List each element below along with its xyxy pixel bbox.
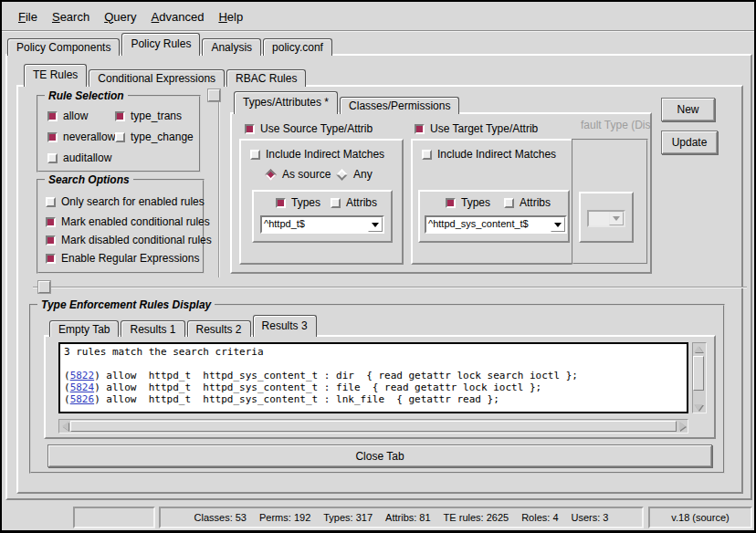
tab-results-1[interactable]: Results 1 [121,320,184,337]
tab-policy-components[interactable]: Policy Components [7,38,120,56]
checkbox-type-trans[interactable]: type_trans [115,110,182,122]
results-frame: 3 rules match the search criteria (5822)… [44,335,716,439]
rule-number-link[interactable]: 5822 [70,370,95,381]
horizontal-scrollbar-thumb[interactable] [70,421,677,432]
checkbox-label: Only search for enabled rules [61,195,205,208]
checkbox-mark-disabled-conditional[interactable]: Mark disabled conditional rules [46,234,212,246]
search-options-title: Search Options [45,173,133,186]
checkbox-target-indirect[interactable]: Include Indirect Matches [422,148,556,161]
menu-separator [2,30,754,32]
tab-conditional-expressions[interactable]: Conditional Expressions [89,69,225,87]
scroll-down-arrow[interactable] [693,402,704,413]
menu-bar: File Search Query Advanced Help [4,4,250,29]
scroll-left-arrow[interactable] [59,421,70,432]
scroll-up-arrow[interactable] [693,343,704,354]
apol-window: File Search Query Advanced Help Policy C… [0,0,756,533]
arrow-up-icon [694,346,703,352]
scroll-right-arrow[interactable] [677,421,688,432]
tab-empty-tab[interactable]: Empty Tab [49,320,119,337]
stat-perms: Perms: 192 [259,512,310,523]
checkbox-indicator [250,150,260,160]
horizontal-scrollbar[interactable] [58,419,688,434]
checkbox-label: auditallow [63,152,111,164]
menu-help[interactable]: Help [211,7,250,26]
checkbox-type-change[interactable]: type_change [115,131,194,143]
new-button[interactable]: New [661,98,715,121]
combobox-dropdown-button[interactable] [368,217,383,232]
checkbox-indicator [46,197,56,207]
menu-search[interactable]: Search [45,7,97,26]
tab-policy-rules[interactable]: Policy Rules [121,33,200,56]
update-button[interactable]: Update [661,131,718,154]
checkbox-label: type_trans [131,110,182,122]
vertical-scrollbar-thumb[interactable] [693,356,704,391]
checkbox-source-types[interactable]: Types [276,196,320,209]
radio-any[interactable]: Any [336,168,373,181]
checkbox-source-indirect[interactable]: Include Indirect Matches [250,148,384,161]
chevron-down-icon [554,223,562,227]
results-summary: 3 rules match the search criteria [64,346,264,358]
tab-analysis[interactable]: Analysis [202,38,261,56]
rule-number-link[interactable]: 5826 [70,393,95,405]
source-type-combobox[interactable]: ^httpd_t$ [260,215,384,234]
search-options-group: Search Options Only search for enabled r… [37,179,205,274]
radio-indicator [265,169,277,181]
checkbox-indicator [422,150,432,160]
rule-number-link[interactable]: 5824 [70,381,95,393]
rule-line: (5826) allow httpd_t httpd_sys_content_t… [64,393,499,405]
checkbox-label: Include Indirect Matches [437,148,556,161]
status-panel-empty [73,507,155,528]
checkbox-label: allow [63,110,88,122]
tab-classes-permissions[interactable]: Classes/Permissions [340,97,459,114]
combobox-dropdown-button[interactable] [551,217,565,232]
checkbox-source-attribs[interactable]: Attribs [331,196,377,209]
horizontal-sash-handle[interactable] [38,281,50,293]
checkbox-indicator [504,198,514,208]
default-type-label: fault Type (Disa [577,119,650,131]
checkbox-use-target-type[interactable]: Use Target Type/Attrib [415,122,538,135]
chevron-down-icon [613,216,620,221]
te-rules-display-title: Type Enforcement Rules Display [37,298,215,311]
combobox-dropdown-button [609,212,624,225]
checkbox-target-types[interactable]: Types [446,196,490,209]
checkbox-indicator [115,132,125,142]
results-text-area[interactable]: 3 rules match the search criteria (5822)… [58,342,688,413]
target-frame: Include Indirect Matches Types Attribs ^… [411,139,575,265]
checkbox-indicator [331,198,341,208]
tab-te-rules[interactable]: TE Rules [24,64,87,87]
checkbox-mark-enabled-conditional[interactable]: Mark enabled conditional rules [46,215,210,228]
checkbox-allow[interactable]: allow [47,110,88,122]
vertical-sash-handle[interactable] [208,89,220,101]
checkbox-indicator [46,217,56,227]
checkbox-indicator [446,198,456,208]
checkbox-label: Attribs [346,196,377,209]
checkbox-enable-regex[interactable]: Enable Regular Expressions [46,252,199,265]
radio-as-source[interactable]: As source [265,168,331,181]
checkbox-label: Mark enabled conditional rules [61,215,210,228]
menu-file[interactable]: File [11,7,45,26]
tab-results-3[interactable]: Results 3 [253,315,317,337]
checkbox-label: Types [291,196,320,209]
rule-line: (5822) allow httpd_t httpd_sys_content_t… [64,370,578,381]
close-tab-button[interactable]: Close Tab [47,444,712,467]
tab-rbac-rules[interactable]: RBAC Rules [226,69,306,87]
checkbox-auditallow[interactable]: auditallow [47,152,111,164]
tab-policy-conf[interactable]: policy.conf [263,38,332,56]
arrow-right-icon [679,422,686,431]
checkbox-neverallow[interactable]: neverallow [47,131,115,143]
te-rules-display-group: Type Enforcement Rules Display Empty Tab… [29,304,725,474]
checkbox-target-attribs[interactable]: Attribs [504,196,551,209]
default-type-box [579,192,634,243]
checkbox-use-source-type[interactable]: Use Source Type/Attrib [245,122,373,135]
target-type-combobox[interactable]: ^httpd_sys_content_t$ [425,215,567,234]
arrow-left-icon [62,422,68,431]
checkbox-only-search-enabled[interactable]: Only search for enabled rules [46,195,205,208]
menu-query[interactable]: Query [97,7,143,26]
menu-advanced[interactable]: Advanced [144,7,212,26]
vertical-scrollbar[interactable] [692,342,707,413]
tab-results-2[interactable]: Results 2 [187,320,251,337]
checkbox-label: Use Source Type/Attrib [260,122,373,135]
tab-types-attributes[interactable]: Types/Attributes * [234,91,338,114]
checkbox-label: Attribs [520,196,551,209]
arrow-down-icon [694,404,703,411]
